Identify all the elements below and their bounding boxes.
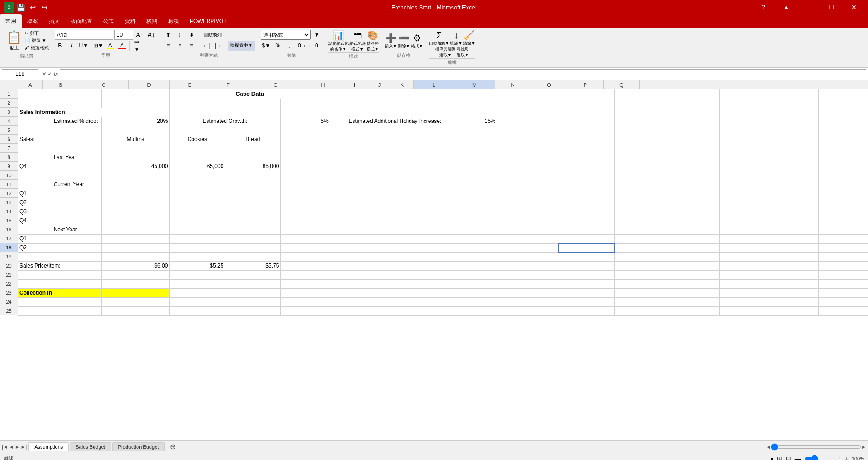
cell-A12[interactable]: Q1 [18, 189, 52, 198]
cell-G11[interactable] [330, 180, 410, 189]
undo-icon[interactable]: ↩ [27, 2, 38, 13]
cell-G12[interactable] [330, 189, 410, 198]
cell-F12[interactable] [281, 189, 330, 198]
cell-F3[interactable] [281, 108, 330, 117]
cell-D10[interactable] [170, 171, 225, 180]
cell-E25[interactable] [225, 306, 281, 315]
cell-H7[interactable] [410, 144, 460, 153]
cell-N7[interactable] [670, 144, 719, 153]
cell-G9[interactable] [330, 162, 410, 171]
cell-K5[interactable] [528, 126, 559, 135]
cell-C15[interactable] [102, 216, 170, 225]
cell-M18[interactable] [614, 243, 670, 252]
cell-M19[interactable] [614, 252, 670, 261]
cell-F19[interactable] [281, 252, 330, 261]
cell-C14[interactable] [102, 207, 170, 216]
font-name-input[interactable]: Arial [55, 30, 113, 40]
cell-K23[interactable] [528, 288, 559, 297]
cell-J3[interactable] [497, 108, 528, 117]
cell-A6[interactable]: Sales: [18, 135, 52, 144]
sheet-tab-sales-budget[interactable]: Sales Budget [70, 442, 111, 451]
cell-I13[interactable] [460, 198, 497, 207]
cell-H14[interactable] [410, 207, 460, 216]
cell-K21[interactable] [528, 270, 559, 279]
cell-M4[interactable] [614, 117, 670, 126]
sheet-tab-production-budget[interactable]: Production Budget [112, 442, 165, 451]
cell-H9[interactable] [410, 162, 460, 171]
cell-C16[interactable] [102, 225, 170, 234]
cell-Q25[interactable] [818, 306, 868, 315]
sheet-nav-prev[interactable]: ◄ [9, 444, 14, 450]
col-header-J[interactable]: J [368, 80, 391, 89]
cell-F15[interactable] [281, 216, 330, 225]
row-header-3[interactable]: 3 [0, 108, 18, 117]
cell-B4[interactable]: Estimated % drop: [52, 117, 101, 126]
cell-J23[interactable] [497, 288, 528, 297]
cell-L20[interactable] [559, 261, 614, 270]
cell-J10[interactable] [497, 171, 528, 180]
cell-A15[interactable]: Q4 [18, 216, 52, 225]
cell-J11[interactable] [497, 180, 528, 189]
cell-F14[interactable] [281, 207, 330, 216]
cell-C21[interactable] [102, 270, 170, 279]
insert-cells-btn[interactable]: ➕ 插入▼ [385, 33, 397, 49]
cell-N1[interactable] [670, 89, 719, 99]
cell-D19[interactable] [170, 252, 225, 261]
cell-N8[interactable] [670, 153, 719, 162]
cell-H10[interactable] [410, 171, 460, 180]
cell-N16[interactable] [670, 225, 719, 234]
cell-P4[interactable] [769, 117, 818, 126]
cell-B11[interactable]: Current Year [52, 180, 101, 189]
help-button[interactable]: ? [753, 0, 774, 14]
row-header-22[interactable]: 22 [0, 279, 18, 288]
cell-F9[interactable] [281, 162, 330, 171]
col-header-A[interactable]: A [18, 80, 43, 89]
cell-D20[interactable]: $5.25 [170, 261, 225, 270]
number-format-select[interactable]: 通用格式 [261, 30, 311, 40]
cell-Q24[interactable] [818, 297, 868, 306]
col-header-L[interactable]: L [414, 80, 454, 89]
cell-H16[interactable] [410, 225, 460, 234]
cell-Q23[interactable] [818, 288, 868, 297]
cell-I2[interactable] [460, 99, 497, 108]
cell-C23[interactable] [102, 288, 170, 297]
cell-F20[interactable] [281, 261, 330, 270]
cell-A3[interactable]: Sales Information: [18, 108, 170, 117]
cell-Q12[interactable] [818, 189, 868, 198]
cell-E14[interactable] [225, 207, 281, 216]
cell-A8[interactable] [18, 153, 52, 162]
cell-L9[interactable] [559, 162, 614, 171]
cell-E7[interactable] [225, 144, 281, 153]
cell-I21[interactable] [460, 270, 497, 279]
cell-L2[interactable] [559, 99, 614, 108]
cell-H20[interactable] [410, 261, 460, 270]
cell-E10[interactable] [225, 171, 281, 180]
tab-view[interactable]: 檢視 [163, 14, 184, 28]
cell-B15[interactable] [52, 216, 101, 225]
cell-A16[interactable] [18, 225, 52, 234]
cell-A18[interactable]: Q2 [18, 243, 52, 252]
wrap-text-btn[interactable]: 自動換列 [201, 30, 224, 40]
row-header-15[interactable]: 15 [0, 216, 18, 225]
cell-H17[interactable] [410, 234, 460, 243]
col-header-G[interactable]: G [246, 80, 305, 89]
minimize-button[interactable]: — [798, 0, 819, 14]
cell-D17[interactable] [170, 234, 225, 243]
fill-color-button[interactable]: A [105, 41, 116, 51]
cell-F2[interactable] [281, 99, 330, 108]
cell-O3[interactable] [719, 108, 769, 117]
cell-H22[interactable] [410, 279, 460, 288]
row-header-5[interactable]: 5 [0, 126, 18, 135]
cell-Q20[interactable] [818, 261, 868, 270]
cell-I10[interactable] [460, 171, 497, 180]
cell-Q6[interactable] [818, 135, 868, 144]
cell-H1[interactable] [410, 89, 460, 99]
tab-powerpivot[interactable]: POWERPIVOT [184, 14, 232, 28]
cell-Q2[interactable] [818, 99, 868, 108]
bold-button[interactable]: B [55, 41, 66, 51]
cell-F16[interactable] [281, 225, 330, 234]
cell-B2[interactable] [52, 99, 101, 108]
cell-K20[interactable] [528, 261, 559, 270]
font-size-decrease[interactable]: A↓ [146, 30, 157, 40]
cell-G2[interactable] [330, 99, 410, 108]
